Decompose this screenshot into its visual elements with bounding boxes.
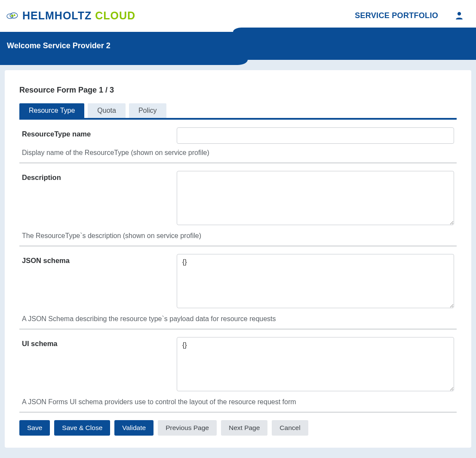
page-title: Resource Form Page 1 / 3 xyxy=(19,86,457,95)
svg-point-3 xyxy=(14,14,15,16)
topbar: HELMHOLTZ CLOUD SERVICE PORTFOLIO xyxy=(0,0,476,32)
subheader-wrap: Welcome Service Provider 2 xyxy=(0,32,476,60)
svg-point-2 xyxy=(11,15,13,17)
help-ui-schema: A JSON Forms UI schema providers use to … xyxy=(22,398,454,406)
input-ui-schema[interactable] xyxy=(177,337,454,391)
label-resourcetype-name: ResourceType name xyxy=(22,127,168,138)
save-close-button[interactable]: Save & Close xyxy=(54,420,110,436)
button-row: Save Save & Close Validate Previous Page… xyxy=(19,420,457,436)
tab-resource-type[interactable]: Resource Type xyxy=(19,103,84,118)
logo[interactable]: HELMHOLTZ CLOUD xyxy=(5,9,135,22)
nav-right: SERVICE PORTFOLIO xyxy=(355,11,464,20)
user-icon[interactable] xyxy=(455,11,464,20)
label-ui-schema: UI schema xyxy=(22,337,168,348)
help-resourcetype-name: Display name of the ResourceType (shown … xyxy=(22,149,454,157)
welcome-text: Welcome Service Provider 2 xyxy=(7,41,111,50)
input-json-schema[interactable] xyxy=(177,254,454,308)
logo-text-part2: CLOUD xyxy=(95,9,135,22)
label-description: Description xyxy=(22,171,168,182)
section-description: Description The ResourceType`s descripti… xyxy=(19,163,457,246)
cancel-button[interactable]: Cancel xyxy=(272,420,308,436)
form-card: Resource Form Page 1 / 3 Resource Type Q… xyxy=(5,70,471,448)
logo-text: HELMHOLTZ CLOUD xyxy=(22,9,135,22)
help-json-schema: A JSON Schema describing the resource ty… xyxy=(22,315,454,323)
section-ui-schema: UI schema A JSON Forms UI schema provide… xyxy=(19,329,457,412)
input-description[interactable] xyxy=(177,171,454,225)
input-resourcetype-name[interactable] xyxy=(177,127,454,144)
tab-quota[interactable]: Quota xyxy=(88,103,126,118)
nav-service-portfolio[interactable]: SERVICE PORTFOLIO xyxy=(355,11,438,20)
svg-point-4 xyxy=(458,12,461,15)
validate-button[interactable]: Validate xyxy=(114,420,154,436)
next-page-button[interactable]: Next Page xyxy=(221,420,267,436)
label-json-schema: JSON schema xyxy=(22,254,168,265)
tabs: Resource Type Quota Policy xyxy=(19,103,457,120)
help-description: The ResourceType`s description (shown on… xyxy=(22,232,454,240)
logo-text-part1: HELMHOLTZ xyxy=(22,9,92,22)
section-name: ResourceType name Display name of the Re… xyxy=(19,120,457,163)
subheader: Welcome Service Provider 2 xyxy=(0,32,476,60)
tab-policy[interactable]: Policy xyxy=(129,103,166,118)
previous-page-button[interactable]: Previous Page xyxy=(158,420,217,436)
cloud-logo-icon xyxy=(5,11,19,20)
section-json-schema: JSON schema A JSON Schema describing the… xyxy=(19,246,457,329)
save-button[interactable]: Save xyxy=(19,420,50,436)
